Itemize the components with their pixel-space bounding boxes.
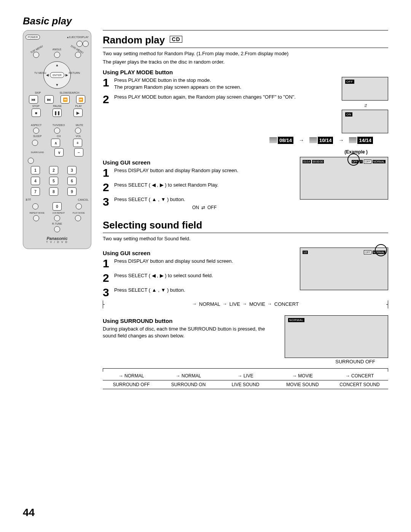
key-5[interactable]: 5	[49, 177, 58, 185]
surround-heading: Using SURROUND button	[103, 318, 279, 324]
disc-icon	[269, 137, 277, 143]
key-2[interactable]: 2	[49, 166, 58, 174]
example-label: (Example )	[103, 149, 368, 155]
return-label: RETURN	[69, 72, 80, 74]
key-3[interactable]: 3	[67, 166, 76, 174]
surround-body: During playback of disc, each time the S…	[103, 326, 279, 339]
r-tune-button[interactable]	[54, 226, 60, 232]
arrows-down-icon: ↓ ↑	[364, 102, 366, 108]
left-arrow-icon[interactable]: ◀	[46, 73, 49, 77]
section-random-title: Random play CD	[103, 33, 388, 48]
section-sound-title: Selecting sound field	[103, 218, 388, 233]
content-column: Random play CD Two way setting method fo…	[103, 30, 388, 389]
top-menu-button[interactable]	[33, 52, 39, 58]
angle-button[interactable]	[54, 52, 60, 58]
playmode-step1: Press PLAY MODE button in the stop mode.…	[114, 77, 336, 91]
brand-sublabel: T V / D V D	[25, 241, 89, 243]
cd-tag: CD	[170, 36, 182, 43]
arrow-right-icon: →	[338, 137, 344, 143]
tv-video-button[interactable]	[54, 128, 60, 134]
sound-gui-step3: Press SELECT ( ▲ , ▼ ) button.	[114, 287, 295, 298]
search-fwd-button[interactable]: ⏩	[76, 95, 85, 104]
arrow-right-icon: →	[299, 137, 304, 143]
disc-icon	[349, 137, 357, 143]
ch-down-button[interactable]: ∨	[54, 148, 64, 157]
ab-repeat-button[interactable]	[54, 215, 60, 221]
sound-gui-step2: Press SELECT ( ◀ , ▶ ) to select sound f…	[114, 272, 295, 284]
ch-up-button[interactable]: ∧	[51, 139, 60, 147]
mute-button[interactable]	[75, 128, 81, 134]
remote-control: POWER ▲EJECT DISPLAY TOP MENU ANGLE DVD …	[23, 30, 91, 249]
surround-button[interactable]	[28, 158, 34, 164]
highlight-circle-icon	[347, 153, 360, 166]
sleep-button[interactable]	[32, 140, 38, 146]
gui-heading: Using GUI screen	[103, 159, 295, 166]
angle-label: ANGLE	[53, 48, 62, 51]
display-label: DISPLAY	[78, 36, 89, 38]
sound-gui-osd: 1/2 OFF NORMAL	[300, 248, 388, 290]
stop-button[interactable]: ■	[32, 109, 41, 117]
tv-menu-label: TV MENU	[34, 72, 46, 74]
skip-back-button[interactable]: ⏮	[29, 95, 38, 104]
gui-step2: Press SELECT ( ◀ , ▶ ) to select Random …	[114, 182, 295, 193]
sound-field-table: → NORMAL → NORMAL → LIVE → MOVIE → CONCE…	[103, 368, 388, 389]
key-7[interactable]: 7	[31, 187, 40, 196]
skip-label: SKIP	[35, 91, 41, 94]
brand-label: Panasonic	[25, 236, 89, 241]
eject-button[interactable]	[76, 41, 83, 47]
repeat-mode-button[interactable]	[33, 215, 39, 221]
gui-step3: Press SELECT ( ▲ , ▼ ) button. ON ⇄ OFF	[114, 196, 295, 211]
d-pad[interactable]: ENTER ▲ ▼ ◀ ▶ TV MENU RETURN	[34, 59, 80, 90]
right-arrow-icon[interactable]: ▶	[65, 73, 68, 77]
power-button[interactable]: POWER	[25, 35, 40, 40]
page-layout: POWER ▲EJECT DISPLAY TOP MENU ANGLE DVD …	[23, 30, 388, 389]
gui-osd: 01/14 00:00:00 OFF T OFF NORMAL	[300, 157, 388, 200]
key-8[interactable]: 8	[49, 187, 58, 196]
number-keypad: 1 2 3 4 5 6 7 8 9	[31, 166, 83, 196]
playmode-step2: Press PLAY MODE button again, the Random…	[114, 94, 336, 105]
eject-label: ▲EJECT	[67, 36, 78, 38]
osd-off: OFF	[342, 77, 388, 101]
gt10-button[interactable]	[32, 203, 38, 209]
key-4[interactable]: 4	[31, 177, 40, 185]
slow-label: SLOW/SEARCH	[60, 91, 80, 94]
down-arrow-icon[interactable]: ▼	[56, 83, 59, 87]
flow-arrow-icon: →	[192, 301, 197, 307]
swap-arrows-icon: ⇄	[201, 204, 205, 211]
sound-intro: Two way setting method for Sound field.	[103, 235, 388, 242]
osd-on: ON	[342, 110, 388, 133]
aspect-button[interactable]	[33, 128, 39, 134]
random-intro-2: The player plays the tracks on the disc …	[103, 59, 388, 66]
enter-button[interactable]: ENTER	[50, 72, 64, 78]
pause-button[interactable]: ❚❚	[53, 109, 62, 117]
skip-fwd-button[interactable]: ⏭	[45, 95, 54, 104]
key-9[interactable]: 9	[67, 187, 76, 196]
up-arrow-icon[interactable]: ▲	[56, 63, 59, 67]
play-mode-button[interactable]	[75, 215, 81, 221]
random-intro-1: Two way setting method for Random Play. …	[103, 50, 388, 57]
disc-icon	[309, 137, 317, 143]
sound-gui-heading: Using GUI screen	[103, 250, 295, 256]
vol-down-button[interactable]: −	[74, 148, 83, 157]
step-number: 1	[103, 77, 111, 91]
page-title: Basic play	[23, 15, 388, 27]
surround-caption: SURROUND OFF	[285, 359, 375, 364]
key-1[interactable]: 1	[31, 166, 40, 174]
search-back-button[interactable]: ⏪	[61, 95, 70, 104]
cancel-button[interactable]	[76, 203, 82, 209]
highlight-circle-icon	[375, 244, 387, 256]
sound-gui-step1: Press DISPLAY button and display sound f…	[114, 258, 295, 269]
playmode-heading: Using PLAY MODE button	[103, 69, 388, 75]
surround-osd: NORMAL	[285, 315, 388, 358]
step-number: 2	[103, 94, 111, 105]
track-example-row: 08/14 → 10/14 → 14/14	[103, 137, 373, 143]
vol-up-button[interactable]: +	[73, 139, 82, 147]
playmode-screens: OFF ↓ ↑ ON	[342, 77, 388, 133]
play-button[interactable]: ▶	[73, 109, 83, 117]
gui-step1: Press DISPLAY button and display Random …	[114, 167, 295, 179]
remote-column: POWER ▲EJECT DISPLAY TOP MENU ANGLE DVD …	[23, 30, 91, 389]
key-6[interactable]: 6	[67, 177, 76, 185]
key-0[interactable]: 0	[53, 202, 62, 211]
display-button[interactable]	[83, 41, 89, 47]
